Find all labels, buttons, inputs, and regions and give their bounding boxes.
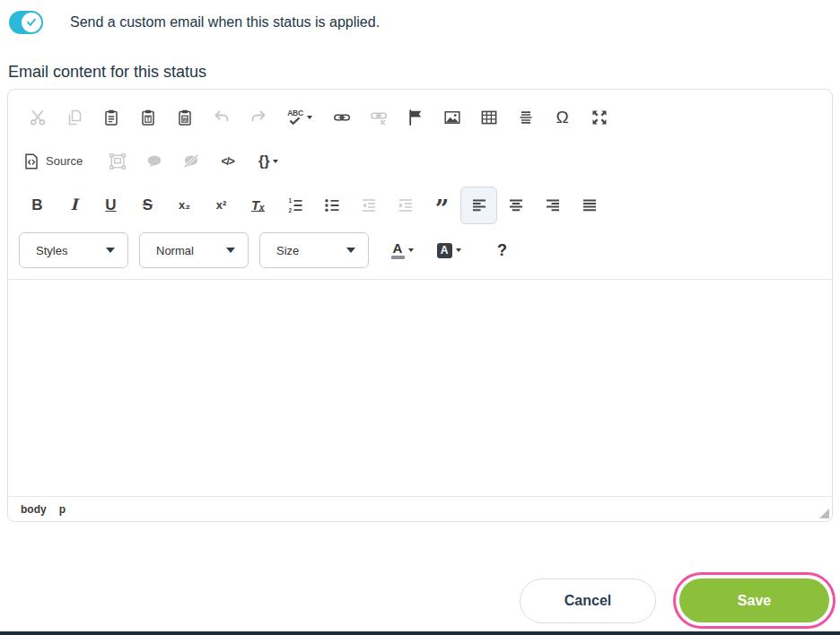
insert-image-button[interactable] [433, 99, 470, 136]
spellcheck-check-icon [289, 117, 301, 125]
undo-icon [213, 109, 231, 126]
special-character-button[interactable]: Ω [544, 99, 581, 136]
email-status-panel: Send a custom email when this status is … [0, 0, 840, 629]
underline-icon: U [105, 197, 116, 213]
resize-grip[interactable] [819, 509, 829, 518]
paste-text-icon: T [139, 109, 157, 126]
styles-dropdown-label: Styles [36, 244, 67, 257]
blockquote-button[interactable]: ” [424, 187, 460, 224]
breadcrumb-body[interactable]: body [21, 503, 47, 516]
scissors-icon [29, 109, 47, 126]
bulleted-list-button[interactable] [313, 187, 350, 224]
chevron-down-icon [273, 160, 278, 163]
copy-icon [66, 109, 83, 126]
spellcheck-button[interactable]: ABC [276, 99, 323, 136]
outdent-icon [360, 196, 378, 214]
unlink-button[interactable] [360, 99, 397, 136]
format-dropdown-label: Normal [156, 244, 194, 257]
align-left-icon [470, 196, 488, 214]
save-highlight-annotation: Save [673, 572, 836, 629]
redo-button[interactable] [240, 99, 276, 136]
link-button[interactable] [323, 99, 360, 136]
editor-content-area[interactable] [8, 279, 832, 496]
iframe-button[interactable] [99, 143, 136, 180]
copy-button[interactable] [56, 99, 92, 136]
maximize-button[interactable] [581, 99, 617, 136]
comment-button[interactable] [136, 143, 172, 180]
font-size-dropdown[interactable]: Size [259, 232, 369, 268]
paste-plain-text-button[interactable]: T [129, 99, 166, 136]
unlink-icon [370, 109, 388, 126]
source-button[interactable]: Source [19, 143, 86, 180]
rich-text-editor: T W ABC [7, 89, 833, 522]
chevron-down-icon [408, 248, 414, 252]
paragraph-format-dropdown[interactable]: Normal [139, 232, 249, 268]
code-icon: </> [222, 156, 234, 167]
svg-text:1: 1 [288, 197, 292, 204]
braces-icon: {} [258, 154, 269, 169]
increase-indent-button[interactable] [387, 187, 424, 224]
background-color-button[interactable]: A [433, 231, 464, 269]
cancel-button[interactable]: Cancel [520, 578, 656, 623]
editor-status-bar: body p [8, 496, 832, 521]
code-snippet-button[interactable]: </> [209, 143, 246, 180]
toggle-knob [22, 13, 41, 32]
align-justify-icon [581, 196, 599, 214]
footer-actions: Cancel Save [0, 572, 836, 629]
numbered-list-button[interactable]: 12 [276, 187, 313, 224]
chevron-down-icon [307, 116, 312, 119]
editor-toolbar: T W ABC [8, 90, 832, 279]
comment-slash-icon [182, 152, 200, 170]
cut-button[interactable] [19, 99, 56, 136]
superscript-icon: x² [216, 199, 227, 211]
toolbar-row-4: Styles Normal Size A [19, 227, 823, 274]
italic-icon: I [71, 197, 78, 213]
hide-comments-button[interactable] [172, 143, 209, 180]
source-label: Source [46, 154, 83, 168]
paste-button[interactable] [92, 99, 129, 136]
styles-dropdown[interactable]: Styles [19, 232, 128, 268]
underline-button[interactable]: U [92, 187, 129, 224]
comment-icon [145, 152, 163, 170]
save-button[interactable]: Save [679, 578, 829, 622]
bottom-border-bar [0, 631, 840, 635]
chevron-down-icon [226, 248, 235, 253]
undo-button[interactable] [203, 99, 240, 136]
table-icon [480, 109, 498, 126]
link-icon [333, 109, 351, 126]
insert-table-button[interactable] [470, 99, 507, 136]
redo-icon [249, 109, 267, 126]
breadcrumb-p[interactable]: p [59, 503, 66, 516]
superscript-button[interactable]: x² [203, 187, 240, 224]
anchor-button[interactable] [397, 99, 433, 136]
bold-button[interactable]: B [19, 187, 56, 224]
subscript-button[interactable]: x₂ [166, 187, 203, 224]
italic-button[interactable]: I [56, 187, 92, 224]
remove-format-button[interactable]: Tₓ [240, 187, 276, 224]
toggle-row: Send a custom email when this status is … [0, 0, 840, 34]
align-left-button[interactable] [460, 187, 497, 224]
svg-text:W: W [182, 116, 188, 121]
text-color-button[interactable]: A [387, 231, 417, 269]
align-justify-button[interactable] [571, 187, 608, 224]
maximize-icon [591, 109, 608, 126]
decrease-indent-button[interactable] [350, 187, 387, 224]
align-center-button[interactable] [497, 187, 534, 224]
question-mark-icon: ? [497, 241, 507, 260]
background-color-icon: A [437, 243, 452, 258]
check-icon [26, 18, 37, 27]
chevron-down-icon [456, 248, 461, 252]
send-custom-email-toggle[interactable] [9, 11, 43, 34]
paste-word-icon: W [176, 109, 194, 126]
omega-icon: Ω [556, 109, 568, 126]
merge-tags-button[interactable]: {} [246, 143, 291, 180]
horizontal-rule-button[interactable] [507, 99, 544, 136]
strikethrough-button[interactable]: S [129, 187, 166, 224]
spellcheck-label: ABC [287, 109, 303, 117]
about-button[interactable]: ? [484, 231, 521, 269]
align-right-button[interactable] [534, 187, 571, 224]
numbered-list-icon: 12 [286, 196, 304, 214]
paste-from-word-button[interactable]: W [166, 99, 203, 136]
text-color-icon: A [391, 242, 405, 259]
strikethrough-icon: S [143, 197, 153, 213]
